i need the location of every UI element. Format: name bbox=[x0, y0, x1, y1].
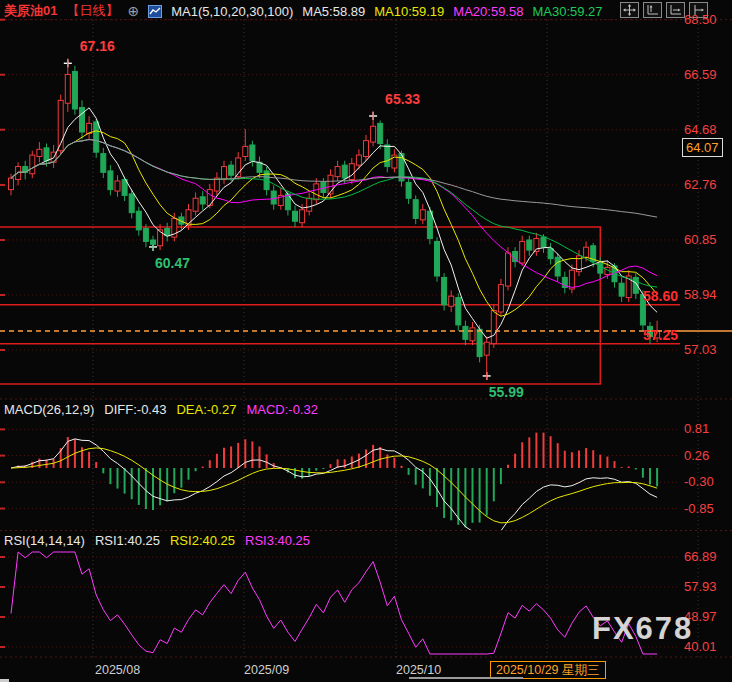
rsi-axis-label: 66.89 bbox=[684, 549, 717, 564]
ma10-value: MA10:59.19 bbox=[374, 4, 444, 19]
level-line-label: 57.25 bbox=[600, 327, 678, 343]
x-axis-month-label: 2025/09 bbox=[244, 663, 289, 677]
macd-diff-value: DIFF:-0.43 bbox=[104, 402, 166, 417]
extreme-price-label: 60.47 bbox=[155, 255, 190, 271]
x-axis-month-label: 2025/08 bbox=[95, 663, 140, 677]
pan-icon[interactable] bbox=[620, 2, 639, 18]
y-axis-label: 68.50 bbox=[684, 12, 717, 27]
extreme-price-label: 55.99 bbox=[489, 384, 524, 400]
macd-panel-header: MACD(26,12,9) DIFF:-0.43 DEA:-0.27 MACD:… bbox=[4, 402, 318, 417]
macd-axis-label: -0.85 bbox=[684, 501, 714, 516]
extreme-price-label: 67.16 bbox=[80, 38, 115, 54]
macd-title: MACD(26,12,9) bbox=[4, 402, 94, 417]
macd-axis-label: 0.81 bbox=[684, 421, 709, 436]
fit-x-axis-icon[interactable] bbox=[666, 2, 685, 18]
boxed-price-label: 64.07 bbox=[682, 138, 723, 157]
fit-y-axis-icon[interactable] bbox=[643, 2, 662, 18]
ma-group-label: MA1(5,10,20,30,100) bbox=[171, 4, 293, 19]
extreme-price-label: 65.33 bbox=[385, 91, 420, 107]
y-axis-label: 60.85 bbox=[684, 232, 717, 247]
watermark: FX678 bbox=[592, 611, 693, 647]
chart-type-icon[interactable] bbox=[148, 5, 162, 18]
chart-header: 美原油01 【日线】 ⊕ MA1(5,10,20,30,100) MA5:58.… bbox=[4, 2, 603, 20]
level-line-label: 58.60 bbox=[600, 288, 678, 304]
y-axis-label: 62.76 bbox=[684, 177, 717, 192]
ma5-line bbox=[11, 108, 657, 338]
rsi-axis-label: 57.93 bbox=[684, 579, 717, 594]
rsi-title: RSI(14,14,14) bbox=[4, 533, 85, 548]
horizontal-scrollbar[interactable] bbox=[409, 677, 523, 679]
ma20-value: MA20:59.58 bbox=[453, 4, 523, 19]
rsi1-value: RSI1:40.25 bbox=[95, 533, 160, 548]
y-axis-label: 57.03 bbox=[684, 342, 717, 357]
macd-axis-label: 0.26 bbox=[684, 448, 709, 463]
ma5-value: MA5:58.89 bbox=[302, 4, 365, 19]
symbol-name: 美原油01 bbox=[4, 2, 57, 20]
macd-layer bbox=[11, 433, 657, 541]
rsi2-value: RSI2:40.25 bbox=[170, 533, 235, 548]
rsi-layer bbox=[11, 552, 657, 654]
y-axis-label: 64.68 bbox=[684, 122, 717, 137]
rsi-panel-header: RSI(14,14,14) RSI1:40.25 RSI2:40.25 RSI3… bbox=[4, 533, 310, 548]
macd-macd-value: MACD:-0.32 bbox=[246, 402, 318, 417]
macd-axis-label: -0.30 bbox=[684, 474, 714, 489]
macd-dea-value: DEA:-0.27 bbox=[176, 402, 236, 417]
rsi3-value: RSI3:40.25 bbox=[245, 533, 310, 548]
ma30-value: MA30:59.27 bbox=[532, 4, 602, 19]
y-axis-label: 58.94 bbox=[684, 287, 717, 302]
y-axis-label: 66.59 bbox=[684, 67, 717, 82]
ma10-line bbox=[11, 131, 657, 316]
x-axis-month-label: 2025/10 bbox=[396, 663, 441, 677]
period-label: 【日线】 bbox=[66, 2, 118, 20]
add-indicator-icon[interactable]: ⊕ bbox=[127, 5, 139, 18]
